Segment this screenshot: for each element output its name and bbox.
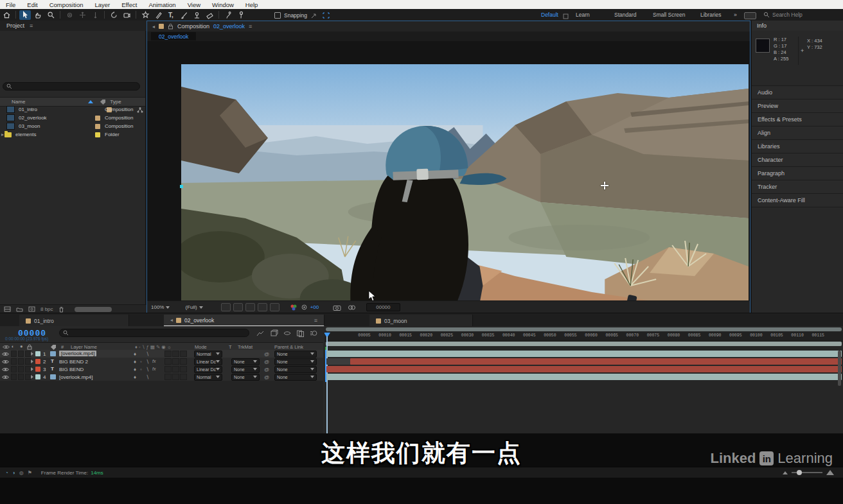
mode-dropdown[interactable]: Linear Dc [194, 366, 222, 373]
project-item-01-intro[interactable]: 01_intro Composition [0, 105, 145, 114]
draft-3d-icon[interactable] [270, 329, 278, 337]
time-ruler[interactable]: 0000500010000150002000025000300003500040… [324, 332, 843, 342]
track-bar-bigbend[interactable] [326, 366, 842, 372]
workspace-small-screen[interactable]: Small Screen [653, 12, 686, 18]
layer-name[interactable]: [overlook.mp4] [59, 374, 93, 380]
shape-tool-icon[interactable] [139, 10, 151, 20]
project-item-elements[interactable]: ▸ elements Folder [0, 130, 145, 139]
project-panel-title[interactable]: Project [6, 22, 24, 29]
mode-dropdown[interactable]: Normal [194, 351, 222, 358]
label-column-icon[interactable] [100, 99, 106, 105]
camera-tool-icon[interactable] [121, 10, 132, 20]
eraser-tool-icon[interactable] [204, 10, 215, 20]
mode-column[interactable]: Mode [195, 344, 207, 350]
track-bar-bigbend2-base[interactable] [326, 358, 842, 365]
help-search[interactable]: Search Help [763, 12, 803, 18]
selection-tool-icon[interactable] [19, 10, 31, 20]
timeline-zoom-slider[interactable] [783, 470, 834, 475]
workspace-standard[interactable]: Standard [614, 12, 637, 18]
project-search-input[interactable] [3, 82, 140, 91]
dolly-camera-tool-icon[interactable] [89, 10, 101, 20]
menu-view[interactable]: View [182, 1, 206, 8]
new-folder-icon[interactable] [16, 306, 23, 312]
label-color-swatch[interactable] [95, 116, 100, 121]
lock-column-icon[interactable] [27, 344, 32, 350]
layer-color-swatch[interactable] [35, 367, 40, 372]
menu-window[interactable]: Window [206, 1, 240, 8]
track-bar-overlook-4[interactable] [326, 374, 842, 380]
t-column[interactable]: T [229, 344, 232, 350]
mask-visibility-icon[interactable] [233, 303, 243, 311]
panel-paragraph[interactable]: Paragraph [752, 166, 843, 180]
chevron-left-icon[interactable]: ◂ [152, 24, 155, 30]
parent-pickwhip-icon[interactable]: @ [264, 359, 269, 365]
parent-pickwhip-icon[interactable]: @ [264, 367, 269, 372]
menu-file[interactable]: File [0, 1, 21, 8]
layer-color-swatch[interactable] [35, 359, 40, 364]
motion-blur-icon[interactable] [310, 329, 318, 337]
timeline-tab-03-moon[interactable]: 03_moon [369, 315, 473, 327]
menu-help[interactable]: Help [240, 1, 264, 8]
zoom-slider-track[interactable] [792, 472, 822, 473]
menu-composition[interactable]: Composition [44, 1, 89, 8]
panel-preview[interactable]: Preview [752, 99, 843, 112]
hand-tool-icon[interactable] [32, 10, 44, 20]
video-switch-column-icon[interactable] [3, 345, 10, 349]
puppet-pin-tool-icon[interactable] [235, 10, 247, 20]
zoom-in-mountain-icon[interactable] [826, 470, 834, 475]
mini-flowchart-icon[interactable] [256, 330, 265, 337]
project-item-03-moon[interactable]: 03_moon Composition [0, 122, 145, 130]
pen-tool-icon[interactable] [152, 10, 164, 20]
roto-brush-tool-icon[interactable] [222, 10, 234, 20]
render-status-icon[interactable]: ◍ [19, 470, 24, 476]
project-bpc-label[interactable]: 8 bpc [40, 306, 53, 312]
column-type[interactable]: Type [110, 99, 121, 105]
pan-camera-tool-icon[interactable] [76, 10, 88, 20]
eye-icon[interactable] [2, 375, 9, 379]
trkmat-column[interactable]: TrkMat [238, 344, 253, 350]
timeline-v-scrollbar[interactable] [838, 351, 841, 386]
layer-name[interactable]: BIG BEND [59, 367, 84, 372]
layer-edge-handle[interactable] [180, 185, 183, 188]
workspace-pin-icon[interactable] [563, 13, 569, 19]
parent-dropdown[interactable]: None [274, 351, 317, 358]
region-of-interest-icon[interactable] [322, 12, 330, 19]
label-color-swatch[interactable] [95, 124, 100, 129]
parent-pickwhip-icon[interactable]: @ [264, 374, 269, 380]
preview-time-icon[interactable] [270, 303, 280, 311]
timeline-track-area[interactable]: 0000500010000150002000025000300003500040… [324, 326, 843, 433]
mode-dropdown[interactable]: Linear Dc [194, 358, 222, 365]
composition-panel-comp-name[interactable]: 02_overlook [213, 23, 245, 30]
parent-dropdown[interactable]: None [274, 358, 317, 365]
panel-audio[interactable]: Audio [752, 85, 843, 99]
expand-arrow-icon[interactable] [31, 367, 33, 371]
workspace-overflow-chevrons[interactable]: » [734, 12, 737, 18]
zoom-slider-knob[interactable] [797, 470, 802, 475]
tab-menu-icon[interactable]: ≡ [314, 317, 317, 324]
label-column-icon[interactable] [50, 344, 57, 350]
layer-name-column[interactable]: Layer Name [71, 344, 97, 350]
magnification-dropdown[interactable]: 100% [151, 304, 170, 310]
fx-badge[interactable]: fx [152, 367, 155, 371]
viewer-tab-02-overlook[interactable]: 02_overlook [151, 32, 196, 40]
trash-icon[interactable] [58, 306, 64, 313]
parent-dropdown[interactable]: None [274, 366, 317, 373]
workspace-default[interactable]: Default [541, 12, 558, 18]
zoom-ratio-icon[interactable] [744, 12, 756, 19]
interpret-footage-icon[interactable] [4, 306, 11, 312]
menu-edit[interactable]: Edit [21, 1, 43, 8]
project-panel-menu-icon[interactable]: ≡ [30, 22, 33, 29]
frame-blending-icon[interactable] [296, 329, 305, 337]
parent-pickwhip-icon[interactable]: @ [264, 351, 269, 357]
orbit-camera-tool-icon[interactable] [64, 10, 75, 20]
composition-panel-menu-icon[interactable]: ≡ [249, 23, 252, 30]
number-column[interactable]: # [61, 344, 64, 350]
layer-name[interactable]: [overlook.mp4] [59, 351, 96, 356]
zoom-tool-icon[interactable] [45, 10, 57, 20]
timeline-h-scrollbar[interactable] [326, 327, 842, 331]
info-panel-title[interactable]: Info [757, 22, 767, 29]
layer-name[interactable]: BIG BEND 2 [59, 359, 88, 365]
snapping-checkbox[interactable] [274, 12, 281, 19]
gpu-status-icon[interactable]: ◔ [5, 470, 8, 476]
trkmat-dropdown[interactable]: None [231, 374, 260, 381]
